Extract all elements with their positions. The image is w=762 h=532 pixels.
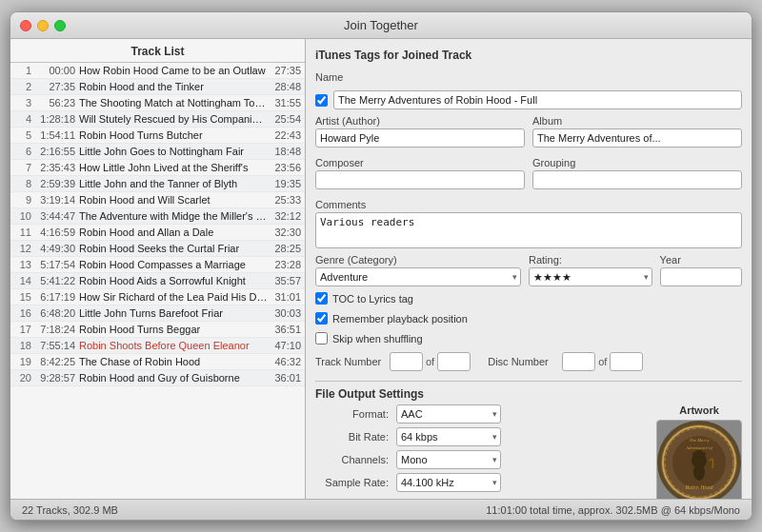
track-start-time: 4:49:30 (35, 243, 79, 254)
bitrate-select[interactable]: 64 kbps 128 kbps 256 kbps (396, 427, 501, 446)
track-duration: 25:33 (268, 194, 301, 206)
track-title: How Sir Richard of the Lea Paid His Debt… (79, 291, 268, 303)
skip-checkbox-row: Skip when shuffling (315, 332, 742, 345)
album-input[interactable] (532, 128, 742, 148)
comments-group: Comments Various readers (315, 199, 742, 248)
disc-of-input[interactable] (610, 352, 643, 371)
channels-select[interactable]: Mono Stereo (396, 450, 501, 469)
minimize-button[interactable] (37, 20, 49, 31)
disc-of-text: of (598, 356, 607, 367)
format-select-wrapper: AAC MP3 AIFF (396, 404, 501, 424)
track-duration: 28:48 (268, 81, 301, 92)
track-start-time: 2:16:55 (35, 146, 79, 157)
artwork-image: The Merry Adventures-of (656, 420, 742, 499)
track-start-time: 4:16:59 (35, 227, 79, 238)
artist-album-row: Artist (Author) Album (315, 115, 742, 148)
track-row[interactable]: 227:35Robin Hood and the Tinker28:48 (10, 79, 305, 95)
track-row[interactable]: 93:19:14Robin Hood and Will Scarlet25:33 (10, 192, 305, 208)
track-duration: 36:51 (268, 324, 301, 335)
disc-number-group: of (562, 352, 643, 371)
track-row[interactable]: 187:55:14Robin Shoots Before Queen Elean… (10, 338, 305, 354)
year-input[interactable] (660, 267, 742, 286)
track-title: Will Stutely Rescued by His Companions (79, 113, 268, 125)
track-start-time: 7:18:24 (35, 324, 79, 335)
toc-checkbox[interactable] (315, 292, 328, 305)
file-output-header: File Output Settings (315, 387, 742, 401)
track-row[interactable]: 103:44:47The Adventure with Midge the Mi… (10, 208, 305, 225)
track-row[interactable]: 100:00How Robin Hood Came to be an Outla… (10, 63, 305, 79)
track-num-input[interactable] (390, 352, 423, 371)
close-button[interactable] (20, 20, 31, 31)
grouping-input[interactable] (532, 170, 742, 189)
status-left: 22 Tracks, 302.9 MB (22, 504, 118, 516)
rating-select[interactable]: ★★★★ ★★★★★ ★★★ ★★ ★ None (529, 267, 652, 286)
genre-rating-year-row: Genre (Category) Adventure Audiobooks Fi… (315, 254, 742, 286)
track-row[interactable]: 356:23The Shooting Match at Nottingham T… (10, 95, 305, 111)
disc-num-input[interactable] (562, 352, 595, 371)
track-title: Robin Hood Compasses a Marriage (79, 259, 268, 270)
artwork-section: Artwork (656, 404, 742, 499)
remember-checkbox[interactable] (315, 312, 328, 325)
track-number: 19 (14, 356, 35, 367)
track-number-group: of (390, 352, 471, 371)
disc-number-label: Disc Number (488, 356, 554, 367)
genre-select[interactable]: Adventure Audiobooks Fiction (315, 267, 521, 286)
track-row[interactable]: 62:16:55Little John Goes to Nottingham F… (10, 144, 305, 160)
track-row[interactable]: 135:17:54Robin Hood Compasses a Marriage… (10, 257, 305, 273)
comments-textarea[interactable]: Various readers (315, 212, 742, 248)
track-row[interactable]: 72:35:43How Little John Lived at the She… (10, 160, 305, 176)
track-number-label: Track Number (315, 356, 382, 367)
track-row[interactable]: 82:59:39Little John and the Tanner of Bl… (10, 176, 305, 192)
track-row[interactable]: 114:16:59Robin Hood and Allan a Dale32:3… (10, 225, 305, 241)
track-title: Little John Goes to Nottingham Fair (79, 146, 268, 157)
track-number: 12 (14, 243, 35, 254)
skip-checkbox[interactable] (315, 332, 328, 345)
track-start-time: 2:59:39 (35, 178, 79, 189)
track-number: 11 (14, 227, 35, 238)
track-start-time: 9:28:57 (35, 372, 79, 384)
track-number: 4 (14, 113, 35, 125)
samplerate-select[interactable]: 44.100 kHz 22.050 kHz 48.000 kHz (396, 473, 501, 492)
track-number: 14 (14, 275, 35, 286)
track-row[interactable]: 51:54:11Robin Hood Turns Butcher22:43 (10, 128, 305, 144)
maximize-button[interactable] (54, 20, 66, 31)
track-row[interactable]: 198:42:25The Chase of Robin Hood46:32 (10, 354, 305, 370)
track-number: 17 (14, 324, 35, 335)
composer-grouping-row: Composer Grouping (315, 157, 742, 189)
track-title: Robin Hood and Allan a Dale (79, 227, 268, 238)
track-row[interactable]: 166:48:20Little John Turns Barefoot Fria… (10, 305, 305, 322)
track-start-time: 00:00 (35, 65, 79, 76)
bitrate-label: Bit Rate: (315, 431, 396, 443)
track-number: 10 (14, 210, 35, 222)
track-row[interactable]: 145:41:22Robin Hood Aids a Sorrowful Kni… (10, 273, 305, 289)
track-row[interactable]: 41:28:18Will Stutely Rescued by His Comp… (10, 111, 305, 128)
toc-label: TOC to Lyrics tag (332, 293, 413, 305)
track-number: 9 (14, 194, 35, 206)
track-title: Robin Hood and the Tinker (79, 81, 268, 92)
rating-select-wrapper: ★★★★ ★★★★★ ★★★ ★★ ★ None (529, 267, 652, 286)
track-number: 3 (14, 97, 35, 108)
track-start-time: 5:17:54 (35, 259, 79, 270)
track-duration: 36:01 (268, 372, 301, 384)
name-checkbox[interactable] (315, 94, 328, 107)
main-content: Track List 100:00How Robin Hood Came to … (10, 39, 752, 499)
track-duration: 30:03 (268, 307, 301, 319)
composer-input[interactable] (315, 170, 525, 189)
channels-select-wrapper: Mono Stereo (396, 450, 501, 469)
name-input[interactable] (333, 90, 742, 109)
track-number: 20 (14, 372, 35, 384)
status-right: 11:01:00 total time, approx. 302.5MB @ 6… (486, 504, 740, 516)
track-title: Robin Hood Aids a Sorrowful Knight (79, 275, 268, 286)
track-row[interactable]: 177:18:24Robin Hood Turns Beggar36:51 (10, 322, 305, 338)
track-row[interactable]: 209:28:57Robin Hood and Guy of Guisborne… (10, 370, 305, 386)
track-row[interactable]: 156:17:19How Sir Richard of the Lea Paid… (10, 289, 305, 305)
artist-input[interactable] (315, 128, 525, 148)
left-panel: Track List 100:00How Robin Hood Came to … (10, 39, 306, 499)
track-number: 1 (14, 65, 35, 76)
track-number: 16 (14, 307, 35, 319)
track-row[interactable]: 124:49:30Robin Hood Seeks the Curtal Fri… (10, 241, 305, 257)
svg-rect-10 (696, 450, 702, 455)
format-select[interactable]: AAC MP3 AIFF (396, 404, 501, 424)
track-of-input[interactable] (437, 352, 471, 371)
comments-label: Comments (315, 199, 742, 210)
